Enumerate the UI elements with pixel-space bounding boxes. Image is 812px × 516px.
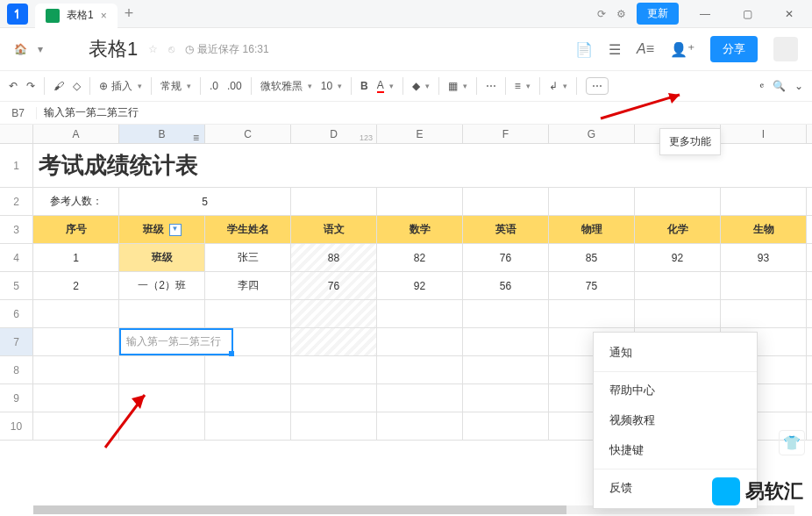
decimal-increase-button[interactable]: .00 (227, 80, 242, 92)
bold-button[interactable]: B (360, 80, 368, 92)
align-button[interactable]: ≡ (515, 80, 531, 92)
cell[interactable]: 92 (635, 244, 721, 271)
cell[interactable] (549, 300, 635, 327)
fill-color-button[interactable]: ◆ (412, 80, 430, 92)
chevron-down-icon[interactable]: ▾ (38, 43, 43, 55)
cell[interactable] (377, 300, 463, 327)
search-icon[interactable]: 🔍 (773, 80, 786, 92)
row-header[interactable]: 9 (0, 384, 33, 412)
undo-button[interactable]: ↶ (9, 80, 18, 92)
new-note-icon[interactable]: 📄 (575, 41, 593, 58)
refresh-icon[interactable]: ⟳ (597, 8, 606, 20)
number-format-dropdown[interactable]: 常规 (160, 79, 191, 94)
row-header[interactable]: 6 (0, 300, 33, 327)
header-cell[interactable]: 英语 (463, 216, 549, 243)
cell[interactable] (291, 300, 377, 327)
cell[interactable]: 75 (549, 272, 635, 299)
more-functions-button[interactable]: ⋯ (586, 77, 609, 95)
avatar[interactable] (773, 37, 798, 61)
clear-format-button[interactable]: ◇ (73, 80, 81, 92)
menu-video[interactable]: 视频教程 (594, 405, 757, 435)
tab-document[interactable]: 表格1 × (35, 4, 118, 28)
cell[interactable] (205, 300, 291, 327)
cell[interactable]: 参考人数： (33, 188, 119, 215)
header-cell[interactable]: 生物 (721, 216, 807, 243)
minimize-button[interactable]: — (689, 2, 721, 26)
cell[interactable] (377, 188, 463, 215)
cell[interactable] (635, 300, 721, 327)
ellipsis-1[interactable]: ⋯ (486, 80, 496, 92)
cell[interactable] (635, 188, 721, 215)
cell[interactable] (463, 188, 549, 215)
cell[interactable] (119, 300, 205, 327)
cell[interactable]: 班级 (119, 244, 205, 271)
cell[interactable] (721, 272, 807, 299)
decimal-decrease-button[interactable]: .0 (210, 80, 218, 92)
row-header[interactable]: 4 (0, 244, 33, 271)
text-style-icon[interactable]: A≡ (637, 41, 654, 57)
col-header-i[interactable]: I (721, 125, 807, 143)
cell[interactable]: 82 (377, 244, 463, 271)
font-family-dropdown[interactable]: 微软雅黑 (260, 79, 312, 94)
row-header[interactable]: 8 (0, 356, 33, 383)
close-window-button[interactable]: ✕ (773, 2, 805, 26)
cell[interactable] (549, 188, 635, 215)
select-all-corner[interactable] (0, 125, 33, 143)
cell[interactable] (233, 328, 291, 355)
cell[interactable]: 张三 (205, 244, 291, 271)
cell[interactable]: 92 (377, 272, 463, 299)
border-button[interactable]: ▦ (448, 80, 467, 92)
header-cell[interactable]: 班级 (119, 216, 205, 243)
update-button[interactable]: 更新 (637, 3, 679, 25)
filter-icon[interactable] (169, 224, 182, 236)
menu-help[interactable]: 帮助中心 (594, 376, 757, 405)
header-cell[interactable]: 学生姓名 (205, 216, 291, 243)
cell[interactable] (291, 328, 377, 355)
row-header[interactable]: 5 (0, 272, 33, 299)
shirt-icon[interactable]: 👕 (779, 430, 805, 455)
font-color-button[interactable]: A (377, 79, 394, 93)
cell[interactable]: 56 (463, 272, 549, 299)
col-header-g[interactable]: G (549, 125, 635, 143)
cell[interactable] (291, 188, 377, 215)
cell[interactable] (721, 188, 807, 215)
cell[interactable]: 93 (721, 244, 807, 271)
col-header-b[interactable]: B≡ (119, 125, 205, 143)
maximize-button[interactable]: ▢ (731, 2, 763, 26)
chevron-down-icon[interactable]: ⌄ (794, 80, 803, 92)
share-button[interactable]: 分享 (710, 36, 758, 62)
menu-notify[interactable]: 通知 (594, 338, 757, 368)
header-cell[interactable]: 数学 (377, 216, 463, 243)
cell[interactable]: 5 (119, 188, 291, 215)
insert-dropdown[interactable]: ⊕ 插入 (99, 79, 142, 94)
cell[interactable] (377, 328, 463, 355)
menu-shortcut[interactable]: 快捷键 (594, 435, 757, 465)
cell[interactable]: 76 (463, 244, 549, 271)
cell[interactable] (463, 300, 549, 327)
cell[interactable]: 85 (549, 244, 635, 271)
row-header[interactable]: 7 (0, 328, 33, 355)
star-icon[interactable]: ☆ (148, 43, 158, 55)
cell[interactable] (635, 272, 721, 299)
col-header-c[interactable]: C (205, 125, 291, 143)
col-header-d[interactable]: D123 (291, 125, 377, 143)
header-cell[interactable]: 语文 (291, 216, 377, 243)
home-icon[interactable]: 🏠 (14, 43, 27, 55)
cell[interactable] (33, 300, 119, 327)
formula-input[interactable]: 输入第一第二第三行 (37, 105, 812, 120)
cell[interactable]: 76 (291, 272, 377, 299)
close-icon[interactable]: × (101, 10, 107, 22)
list-icon[interactable]: ☰ (609, 41, 621, 58)
add-tab-button[interactable]: + (125, 4, 134, 23)
col-header-f[interactable]: F (463, 125, 549, 143)
cell[interactable]: 88 (291, 244, 377, 271)
cell[interactable]: 李四 (205, 272, 291, 299)
cell[interactable]: 一（2）班 (119, 272, 205, 299)
cell-reference[interactable]: B7 (0, 107, 37, 119)
col-header-e[interactable]: E (377, 125, 463, 143)
header-cell[interactable]: 化学 (635, 216, 721, 243)
external-icon[interactable]: ⎋ (168, 43, 175, 55)
header-cell[interactable]: 序号 (33, 216, 119, 243)
cell[interactable]: 2 (33, 272, 119, 299)
format-painter-button[interactable]: 🖌 (53, 80, 64, 92)
